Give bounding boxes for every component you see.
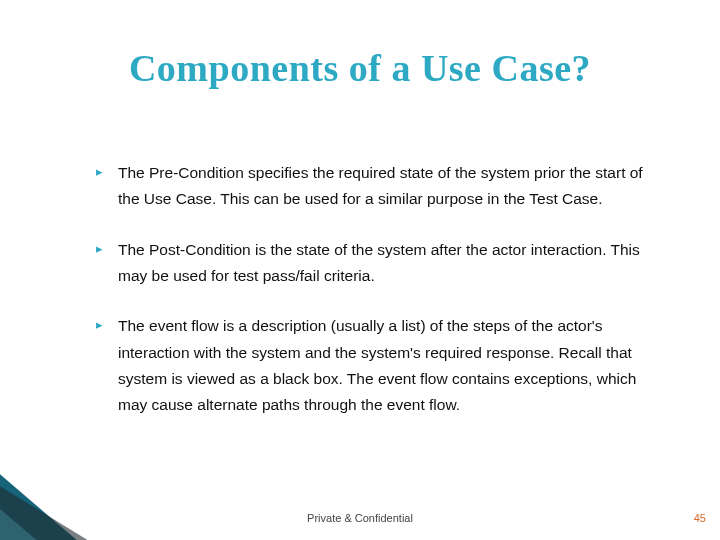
slide-number: 45 <box>694 512 706 524</box>
list-item: The Post-Condition is the state of the s… <box>96 237 650 290</box>
bullet-text: The event flow is a description (usually… <box>118 317 636 413</box>
list-item: The event flow is a description (usually… <box>96 313 650 418</box>
list-item: The Pre-Condition specifies the required… <box>96 160 650 213</box>
svg-marker-2 <box>0 480 120 540</box>
bullet-text: The Post-Condition is the state of the s… <box>118 241 640 284</box>
svg-marker-1 <box>0 475 60 540</box>
bullet-text: The Pre-Condition specifies the required… <box>118 164 643 207</box>
svg-marker-0 <box>0 440 100 540</box>
footer-confidential: Private & Confidential <box>0 512 720 524</box>
slide-title: Components of a Use Case? <box>0 46 720 90</box>
slide: Components of a Use Case? The Pre-Condit… <box>0 0 720 540</box>
slide-body: The Pre-Condition specifies the required… <box>96 160 650 443</box>
bullet-list: The Pre-Condition specifies the required… <box>96 160 650 419</box>
